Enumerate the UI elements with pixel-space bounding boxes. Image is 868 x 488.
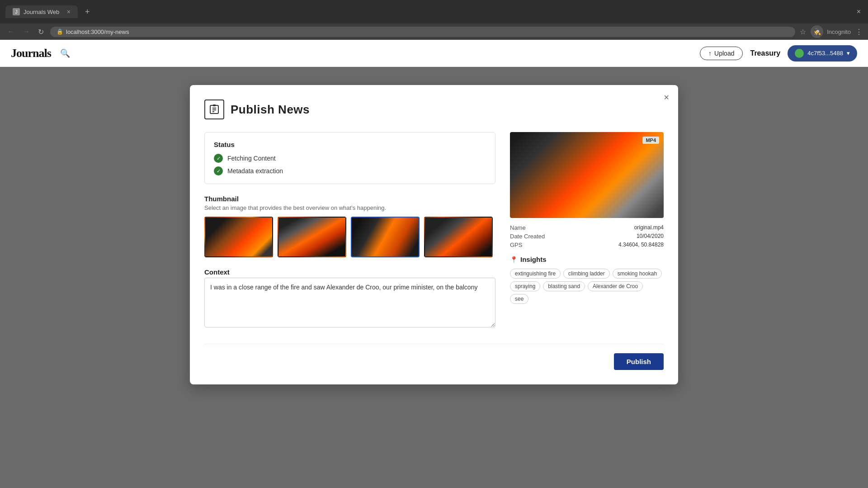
context-title: Context [204, 268, 495, 276]
status-check-metadata: ✓ [214, 166, 223, 175]
media-preview: MP4 [510, 132, 664, 218]
publish-button[interactable]: Publish [614, 353, 664, 370]
thumbnail-0[interactable] [204, 217, 273, 257]
address-bar-row: ← → ↻ 🔒 localhost:3000/my-news ☆ 🕵 Incog… [0, 24, 868, 40]
browser-tab[interactable]: J Journals Web × [5, 5, 78, 18]
mp4-badge: MP4 [642, 137, 659, 144]
media-date-label: Date Created [510, 233, 545, 240]
pin-icon: 📍 [510, 256, 518, 263]
wallet-address: 4c7f53...5488 [807, 50, 843, 57]
tag-blasting-sand: blasting sand [543, 281, 585, 291]
wallet-button[interactable]: 4c7f53...5488 ▾ [788, 45, 857, 62]
tag-alexander-de-croo: Alexander de Croo [588, 281, 643, 291]
tab-favicon: J [13, 8, 20, 15]
media-info-name-row: Name original.mp4 [510, 224, 664, 231]
address-bar[interactable]: 🔒 localhost:3000/my-news [50, 27, 795, 37]
address-text: localhost:3000/my-news [66, 28, 129, 35]
header-right: ↑ Upload Treasury 4c7f53...5488 ▾ [700, 45, 857, 62]
status-title: Status [214, 141, 486, 148]
media-name-value: original.mp4 [634, 224, 664, 231]
wallet-chevron-icon: ▾ [847, 50, 850, 57]
insights-header: 📍 Insights [510, 256, 664, 263]
incognito-icon: 🕵 [811, 25, 823, 38]
bookmark-icon[interactable]: ☆ [800, 28, 806, 36]
status-metadata-label: Metadata extraction [227, 167, 283, 175]
lock-icon: 🔒 [57, 28, 63, 35]
thumbnail-section: Thumbnail Select an image that provides … [204, 195, 495, 257]
browser-menu-button[interactable]: ⋮ [855, 28, 863, 36]
upload-button[interactable]: ↑ Upload [700, 47, 743, 60]
thumbnail-3[interactable] [424, 217, 493, 257]
incognito-area: 🕵 Incognito [811, 25, 851, 38]
modal-title: Publish News [231, 103, 310, 117]
context-textarea[interactable]: I was in a close range of the fire and s… [204, 278, 495, 327]
insights-section: 📍 Insights extinguishing fire climbing l… [510, 256, 664, 304]
thumbnails-row [204, 217, 495, 257]
tags-container: extinguishing fire climbing ladder smoki… [510, 269, 664, 304]
media-gps-value: 4.34604, 50.84828 [618, 242, 664, 248]
upload-icon: ↑ [708, 50, 712, 57]
new-tab-button[interactable]: + [81, 7, 94, 17]
context-section: Context I was in a close range of the fi… [204, 268, 495, 329]
nav-forward-button[interactable]: → [21, 27, 32, 37]
nav-refresh-button[interactable]: ↻ [36, 27, 46, 37]
modal-body: Status ✓ Fetching Content ✓ Metadata ext… [204, 132, 664, 329]
modal-left: Status ✓ Fetching Content ✓ Metadata ext… [204, 132, 495, 329]
tag-extinguishing-fire: extinguishing fire [510, 269, 561, 279]
status-box: Status ✓ Fetching Content ✓ Metadata ext… [204, 132, 495, 184]
modal-right: MP4 Name original.mp4 Date Created 10/04… [510, 132, 664, 329]
search-icon[interactable]: 🔍 [60, 48, 70, 58]
modal-icon [204, 99, 224, 119]
treasury-link[interactable]: Treasury [750, 49, 780, 57]
media-preview-image [510, 132, 664, 218]
tag-see: see [510, 294, 528, 304]
media-gps-label: GPS [510, 242, 522, 248]
insights-title: Insights [520, 256, 547, 263]
app-header: Journals 🔍 ↑ Upload Treasury 4c7f53...54… [0, 40, 868, 67]
publish-modal: × Publish News Status [190, 85, 678, 384]
wallet-status-dot [795, 49, 804, 58]
svg-rect-4 [213, 104, 216, 106]
tag-spraying: spraying [510, 281, 540, 291]
app-logo: Journals [11, 47, 51, 60]
thumbnail-1[interactable] [278, 217, 346, 257]
status-check-fetching: ✓ [214, 154, 223, 163]
incognito-label: Incognito [827, 28, 851, 35]
browser-chrome: J Journals Web × + × [0, 0, 868, 24]
status-item-metadata: ✓ Metadata extraction [214, 166, 486, 175]
tab-title: Journals Web [24, 9, 59, 15]
media-info-date-row: Date Created 10/04/2020 [510, 233, 664, 240]
media-info: Name original.mp4 Date Created 10/04/202… [510, 224, 664, 248]
nav-back-button[interactable]: ← [5, 27, 16, 37]
modal-close-button[interactable]: × [664, 92, 669, 103]
media-name-label: Name [510, 224, 526, 231]
thumbnail-subtitle: Select an image that provides the best o… [204, 204, 495, 211]
window-close-button[interactable]: × [857, 8, 861, 16]
upload-label: Upload [714, 50, 734, 57]
thumbnail-2[interactable] [351, 217, 420, 257]
status-fetching-label: Fetching Content [227, 155, 276, 162]
media-info-gps-row: GPS 4.34604, 50.84828 [510, 242, 664, 248]
media-date-value: 10/04/2020 [637, 233, 664, 240]
tag-smoking-hookah: smoking hookah [613, 269, 662, 279]
tag-climbing-ladder: climbing ladder [563, 269, 610, 279]
modal-header: Publish News [204, 99, 664, 119]
status-item-fetching: ✓ Fetching Content [214, 154, 486, 163]
thumbnail-title: Thumbnail [204, 195, 495, 203]
tab-close-button[interactable]: × [67, 8, 71, 15]
modal-footer: Publish [204, 344, 664, 370]
page-background: × Publish News Status [0, 67, 868, 488]
